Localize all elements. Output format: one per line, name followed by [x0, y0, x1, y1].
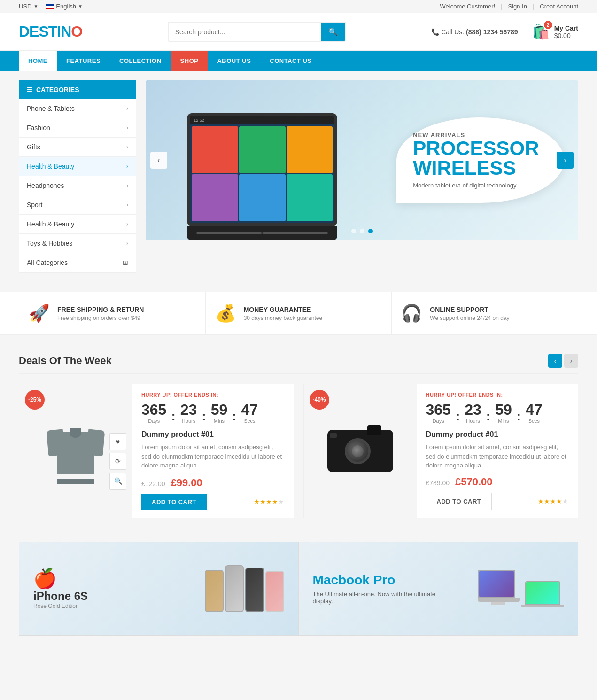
deal-card-1: -25% ♥ ⟳ 🔍 [19, 384, 294, 518]
sidebar-label-fashion: Fashion [27, 124, 50, 132]
deals-grid: -25% ♥ ⟳ 🔍 [19, 384, 578, 518]
feature-shipping: 🚀 FREE SHIPPING & RETURN Free shipping o… [19, 292, 206, 334]
wishlist-button-1[interactable]: ♥ [109, 433, 126, 450]
nav-features[interactable]: FEATURES [57, 51, 110, 71]
deal-card-2: -40% HURRY UP! OFFER ENDS IN: [303, 384, 579, 518]
add-to-cart-button-2[interactable]: ADD TO CART [426, 493, 492, 510]
nav-shop[interactable]: SHOP [171, 51, 208, 71]
feature-support-desc: We support online 24/24 on day [430, 315, 509, 321]
sidebar-label-phones: Phone & Tablets [27, 105, 75, 112]
sidebar-item-fashion[interactable]: Fashion › [19, 118, 136, 138]
countdown-hours-1: 23 Hours [180, 402, 197, 424]
create-account-link[interactable]: Creat Account [540, 3, 578, 10]
slider-prev-button[interactable]: ‹ [150, 152, 167, 169]
support-icon: 🎧 [401, 303, 422, 323]
welcome-text: Welcome Customer! [440, 3, 496, 10]
promo-macbook[interactable]: Macbook Pro The Ultimate all-in-one. Now… [299, 542, 579, 636]
signin-link[interactable]: Sign In [508, 3, 527, 10]
chevron-icon: › [126, 163, 128, 170]
sidebar-label-health-beauty2: Health & Beauty [27, 220, 74, 228]
deals-next-button[interactable]: › [564, 354, 578, 368]
top-bar-left: USD ▼ English ▼ [19, 3, 83, 10]
countdown-sep-3: : [232, 409, 236, 424]
sidebar-label-all: All Categories [27, 259, 68, 266]
deals-section: Deals Of The Week ‹ › -25% [0, 344, 597, 528]
sidebar-item-phones[interactable]: Phone & Tablets › [19, 99, 136, 118]
original-price-2: £789.00 [426, 479, 450, 487]
deal-desc-1: Lorem ipsum dolor sit amet, consm asdipe… [141, 443, 284, 470]
promo-macbook-left: Macbook Pro The Ultimate all-in-one. Now… [313, 573, 438, 605]
dot-1[interactable] [351, 229, 356, 233]
sidebar-item-sport[interactable]: Sport › [19, 195, 136, 215]
countdown-hours-2: 23 Hours [465, 402, 481, 424]
language-value: English [56, 3, 76, 10]
sidebar-item-health-beauty2[interactable]: Health & Beauty › [19, 215, 136, 234]
sidebar-category-list: Phone & Tablets › Fashion › Gifts › Heal… [19, 99, 136, 273]
search-input[interactable] [169, 23, 321, 40]
countdown-mins-2: 59 Mins [495, 402, 512, 424]
sale-price-1: £99.00 [171, 477, 202, 489]
dot-2[interactable] [360, 229, 364, 233]
deal-badge-1: -25% [25, 390, 45, 410]
currency-arrow-icon: ▼ [33, 4, 38, 9]
original-price-1: £122.00 [141, 480, 165, 488]
sidebar-label-headphones: Headphones [27, 182, 64, 189]
divider: | [501, 3, 502, 10]
compare-button-1[interactable]: ⟳ [109, 453, 126, 470]
add-to-cart-button-1[interactable]: ADD TO CART [141, 494, 207, 510]
feature-shipping-text: FREE SHIPPING & RETURN Free shipping on … [57, 306, 144, 321]
slider-dots [351, 229, 373, 233]
countdown-sep-1: : [171, 409, 175, 424]
nav-collection[interactable]: COLLECTION [110, 51, 171, 71]
cart-area[interactable]: 🛍️ 2 My Cart $0.00 [532, 23, 578, 40]
deal-image-2: -40% [304, 384, 417, 518]
grid-icon: ⊞ [123, 259, 128, 266]
slider-description: Modern tablet era of digital technology [413, 182, 548, 189]
sidebar-item-gifts[interactable]: Gifts › [19, 138, 136, 157]
countdown-secs-2: 47 Secs [526, 402, 543, 424]
promo-macbook-right [438, 570, 564, 607]
nav-contact[interactable]: CONTACT US [260, 51, 321, 71]
sidebar-item-toys[interactable]: Toys & Hobbies › [19, 234, 136, 253]
sidebar-label-toys: Toys & Hobbies [27, 240, 72, 247]
sidebar-item-headphones[interactable]: Headphones › [19, 176, 136, 195]
deal-bottom-1: ADD TO CART ★★★★★ [141, 494, 284, 510]
countdown-mins-1: 59 Mins [211, 402, 228, 424]
sidebar-item-all[interactable]: All Categories ⊞ [19, 253, 136, 272]
top-bar-right: Welcome Customer! | Sign In | Creat Acco… [440, 3, 578, 10]
slider-image: 12:52 [146, 80, 384, 240]
countdown-days-2: 365 Days [426, 402, 451, 424]
deals-header: Deals Of The Week ‹ › [19, 354, 578, 374]
language-selector[interactable]: English ▼ [46, 3, 83, 10]
nav-home[interactable]: HOME [19, 51, 57, 71]
imac-mockup [478, 570, 518, 607]
currency-selector[interactable]: USD ▼ [19, 3, 38, 10]
deal-info-1: HURRY UP! OFFER ENDS IN: 365 Days : 23 H… [132, 384, 294, 518]
deals-prev-button[interactable]: ‹ [548, 354, 562, 368]
deal-desc-2: Lorem ipsum dolor sit amet, consm asdipe… [426, 443, 569, 470]
feature-guarantee-desc: 30 days money back guarantee [244, 315, 322, 321]
logo[interactable]: DESTINO [19, 23, 82, 40]
promo-iphone[interactable]: 🍎 iPhone 6S Rose Gold Edition [19, 542, 299, 636]
deal-title-2: Dummy product #01 [426, 430, 569, 439]
flag-icon [46, 4, 54, 9]
cart-badge: 2 [544, 21, 552, 29]
slider-next-button[interactable]: › [557, 152, 574, 169]
quickview-button-1[interactable]: 🔍 [109, 473, 126, 490]
macbook-desc: The Ultimate all-in-one. Now with the ul… [313, 591, 438, 605]
nav-about[interactable]: ABOUT US [208, 51, 260, 71]
sidebar-item-health-beauty[interactable]: Health & Beauty › [19, 157, 136, 176]
deals-nav-arrows: ‹ › [548, 354, 578, 368]
apple-logo-icon: 🍎 [33, 568, 159, 590]
cart-icon-wrap: 🛍️ 2 [532, 23, 550, 40]
chevron-icon: › [126, 144, 128, 150]
countdown-secs-1: 47 Secs [241, 402, 258, 424]
countdown-sep-5: : [486, 409, 490, 424]
search-button[interactable]: 🔍 [321, 23, 345, 41]
dot-3[interactable] [368, 229, 373, 233]
deal-hurry-2: HURRY UP! OFFER ENDS IN: [426, 392, 569, 397]
features-bar: 🚀 FREE SHIPPING & RETURN Free shipping o… [0, 292, 597, 335]
deals-title: Deals Of The Week [19, 355, 112, 367]
logo-text: DESTINO [19, 23, 82, 40]
header-right: 📞 Call Us: (888) 1234 56789 🛍️ 2 My Cart… [431, 23, 578, 40]
